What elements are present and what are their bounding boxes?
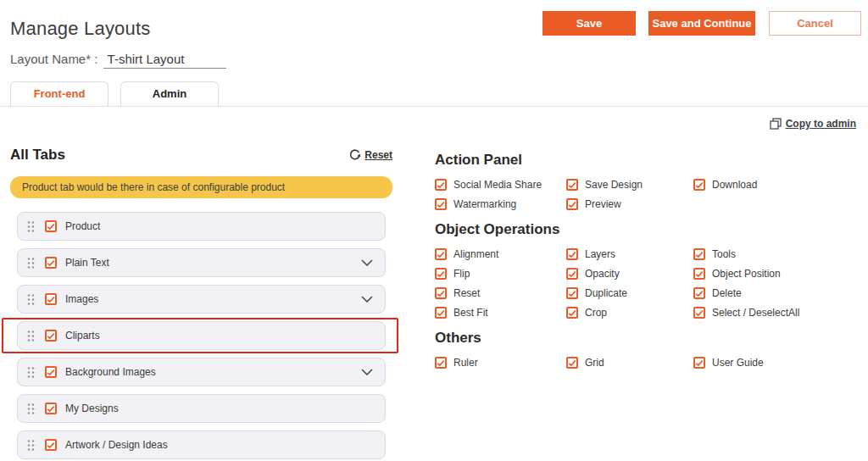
checkbox[interactable] <box>45 293 57 305</box>
section-title: Object Operations <box>435 221 858 238</box>
checkbox[interactable] <box>45 220 57 232</box>
checkbox[interactable] <box>435 198 447 210</box>
option-save-design[interactable]: Save Design <box>566 179 693 191</box>
option-reset[interactable]: Reset <box>435 287 566 299</box>
drag-handle-icon[interactable] <box>27 403 35 415</box>
option-label: Best Fit <box>453 307 488 319</box>
checkbox[interactable] <box>566 198 578 210</box>
checkbox[interactable] <box>45 330 57 342</box>
options-grid: Social Media Share Save Design Download … <box>435 179 858 210</box>
tab-row-product[interactable]: Product <box>17 212 386 241</box>
option-opacity[interactable]: Opacity <box>566 268 693 280</box>
tab-row-label: My Designs <box>65 403 119 414</box>
option-alignment[interactable]: Alignment <box>435 248 566 260</box>
chevron-down-icon[interactable] <box>361 259 373 266</box>
checkbox[interactable] <box>45 257 57 269</box>
checkbox[interactable] <box>693 287 705 299</box>
tab-front-end[interactable]: Front-end <box>10 81 108 106</box>
drag-handle-icon[interactable] <box>27 220 35 233</box>
option-label: Watermarking <box>453 198 516 210</box>
section-others: Others Ruler Grid User Guide <box>435 330 858 369</box>
option-label: Select / DeselectAll <box>712 307 799 319</box>
option-download[interactable]: Download <box>693 179 858 191</box>
main-content: All Tabs Reset Product tab would be ther… <box>0 133 868 461</box>
option-layers[interactable]: Layers <box>566 248 693 260</box>
option-user-guide[interactable]: User Guide <box>693 357 858 369</box>
option-label: Download <box>712 179 757 191</box>
option-label: Save Design <box>585 179 643 191</box>
checkbox[interactable] <box>435 287 447 299</box>
option-delete[interactable]: Delete <box>693 287 858 299</box>
option-label: Reset <box>453 287 480 299</box>
drag-handle-icon[interactable] <box>27 366 35 379</box>
option-best-fit[interactable]: Best Fit <box>435 307 566 319</box>
checkbox[interactable] <box>693 179 705 191</box>
drag-handle-icon[interactable] <box>27 293 35 306</box>
tab-list: Product Plain Text Images <box>10 212 386 459</box>
tab-row-my-designs[interactable]: My Designs <box>17 394 386 423</box>
checkbox[interactable] <box>566 268 578 280</box>
option-watermarking[interactable]: Watermarking <box>435 198 566 210</box>
chevron-down-icon[interactable] <box>361 369 373 375</box>
tab-row-cliparts[interactable]: Cliparts <box>17 321 386 350</box>
options-panel: Action Panel Social Media Share Save Des… <box>435 147 858 461</box>
checkbox[interactable] <box>693 248 705 260</box>
tab-row-label: Product <box>65 220 100 232</box>
option-preview[interactable]: Preview <box>566 198 693 210</box>
page-header: Manage Layouts Save Save and Continue Ca… <box>0 0 868 40</box>
tab-admin[interactable]: Admin <box>120 81 219 106</box>
option-label: Delete <box>712 287 742 299</box>
header-buttons: Save Save and Continue Cancel <box>542 11 861 36</box>
tab-row-artwork-design-ideas[interactable]: Artwork / Design Ideas <box>17 430 386 459</box>
drag-handle-icon[interactable] <box>27 330 35 342</box>
drag-handle-icon[interactable] <box>27 439 35 452</box>
checkbox[interactable] <box>693 268 705 280</box>
option-tools[interactable]: Tools <box>693 248 858 260</box>
option-duplicate[interactable]: Duplicate <box>566 287 693 299</box>
tab-row-label: Cliparts <box>65 330 100 342</box>
manage-layouts-page: Manage Layouts Save Save and Continue Ca… <box>0 0 868 461</box>
drag-handle-icon[interactable] <box>27 257 35 269</box>
option-social-media-share[interactable]: Social Media Share <box>435 179 566 191</box>
checkbox[interactable] <box>566 179 578 191</box>
section-title: Action Panel <box>435 152 858 169</box>
tab-row-label: Artwork / Design Ideas <box>65 439 168 451</box>
checkbox[interactable] <box>45 439 57 451</box>
option-label: User Guide <box>712 357 764 369</box>
tab-row-plain-text[interactable]: Plain Text <box>17 248 386 277</box>
checkbox[interactable] <box>693 357 705 369</box>
tab-row-images[interactable]: Images <box>17 285 386 314</box>
option-grid[interactable]: Grid <box>566 357 693 369</box>
option-label: Grid <box>585 357 604 369</box>
option-label: Tools <box>712 248 736 260</box>
option-object-position[interactable]: Object Position <box>693 268 858 280</box>
checkbox[interactable] <box>566 248 578 260</box>
reset-button[interactable]: Reset <box>348 149 392 162</box>
copy-to-admin-link[interactable]: Copy to admin <box>770 118 856 130</box>
option-crop[interactable]: Crop <box>566 307 693 319</box>
checkbox[interactable] <box>566 307 578 319</box>
options-grid: Ruler Grid User Guide <box>435 357 858 369</box>
checkbox[interactable] <box>435 307 447 319</box>
copy-row: Copy to admin <box>0 107 868 133</box>
checkbox[interactable] <box>566 357 578 369</box>
layout-name-input[interactable]: T-shirt Layout <box>103 52 226 69</box>
save-and-continue-button[interactable]: Save and Continue <box>648 11 755 36</box>
checkbox[interactable] <box>435 357 447 369</box>
option-label: Preview <box>585 198 621 210</box>
section-action-panel: Action Panel Social Media Share Save Des… <box>435 152 858 210</box>
checkbox[interactable] <box>435 179 447 191</box>
cancel-button[interactable]: Cancel <box>769 11 861 36</box>
checkbox[interactable] <box>566 287 578 299</box>
checkbox[interactable] <box>435 268 447 280</box>
option-ruler[interactable]: Ruler <box>435 357 566 369</box>
checkbox[interactable] <box>693 307 705 319</box>
option-select-deselectall[interactable]: Select / DeselectAll <box>693 307 858 319</box>
chevron-down-icon[interactable] <box>361 296 373 303</box>
checkbox[interactable] <box>45 366 57 378</box>
checkbox[interactable] <box>45 403 57 414</box>
tab-row-background-images[interactable]: Background Images <box>17 358 386 386</box>
checkbox[interactable] <box>435 248 447 260</box>
save-button[interactable]: Save <box>542 11 636 36</box>
option-flip[interactable]: Flip <box>435 268 566 280</box>
